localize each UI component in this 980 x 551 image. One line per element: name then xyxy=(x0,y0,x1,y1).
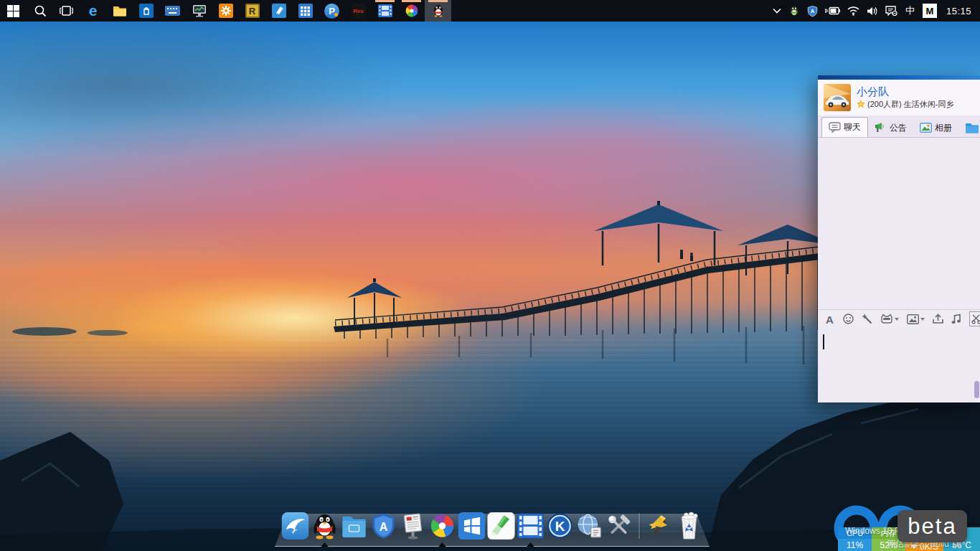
registry-r-icon: R xyxy=(245,4,260,18)
group-tabs: 聊天 公告 相册 xyxy=(818,116,980,138)
tab-announcement[interactable]: 公告 xyxy=(868,118,913,137)
magic-wand-button[interactable] xyxy=(862,314,872,324)
dock-cleaner-brush[interactable] xyxy=(487,512,516,540)
dock-thunder-bird[interactable] xyxy=(281,512,310,540)
font-format-button[interactable]: A xyxy=(824,314,835,324)
battery-plug-icon xyxy=(825,6,840,15)
performance-monitor-icon xyxy=(192,4,207,17)
qq-tray-icon[interactable] xyxy=(785,0,804,22)
dock-folder[interactable] xyxy=(340,512,369,540)
volume-tray[interactable] xyxy=(863,0,882,22)
globe-document-icon xyxy=(576,512,603,540)
qq-penguin-icon xyxy=(311,512,339,540)
tab-files[interactable] xyxy=(958,118,980,137)
tab-chat-label: 聊天 xyxy=(844,121,861,133)
folder-icon xyxy=(341,514,368,538)
window-scrollbar-thumb[interactable] xyxy=(974,381,979,398)
dock-security-shield[interactable]: A xyxy=(369,512,398,540)
tab-chat[interactable]: 聊天 xyxy=(821,117,868,138)
color-wheel-button[interactable] xyxy=(398,0,425,22)
dock-qq[interactable] xyxy=(311,512,339,540)
tab-announcement-label: 公告 xyxy=(890,122,907,134)
chat-bubble-icon xyxy=(829,122,841,133)
magic-wand-icon xyxy=(862,314,872,324)
color-wheel-icon xyxy=(405,4,419,18)
dock-repair-tools[interactable] xyxy=(605,512,633,540)
search-button[interactable] xyxy=(27,0,53,22)
thunder-bird-icon xyxy=(282,512,309,540)
cpu-widget[interactable]: CPU 11% xyxy=(838,527,872,551)
tab-album-label: 相册 xyxy=(935,122,952,134)
chevron-down-icon xyxy=(773,8,781,14)
file-explorer-button[interactable] xyxy=(106,0,133,22)
security-shield-tray[interactable]: A xyxy=(804,0,821,22)
diving-bird-icon xyxy=(272,4,286,18)
res-icon: Res xyxy=(352,4,366,18)
registry-tool-button[interactable]: R xyxy=(239,0,265,22)
chat-message-area[interactable] xyxy=(818,138,980,309)
task-view-icon xyxy=(60,5,73,17)
taskbar-app-icons: e xyxy=(0,0,451,22)
qq-status-icon xyxy=(788,5,800,17)
wifi-icon xyxy=(847,6,859,16)
dock-gold-hammer-tool[interactable] xyxy=(646,512,674,540)
system-tray: A xyxy=(769,0,980,22)
svg-text:A: A xyxy=(380,520,388,533)
res-tool-button[interactable]: Res xyxy=(345,0,372,22)
dock-globe-browser[interactable] xyxy=(575,512,604,540)
ime-mode-indicator[interactable]: M xyxy=(919,0,941,22)
group-avatar[interactable] xyxy=(824,84,851,111)
tab-album[interactable]: 相册 xyxy=(913,118,958,137)
dock-color-pinwheel[interactable] xyxy=(428,512,457,540)
gif-dropdown-caret xyxy=(895,318,899,321)
action-center-icon xyxy=(885,6,897,16)
text-caret xyxy=(823,334,824,349)
resource-monitor-button[interactable] xyxy=(186,0,212,22)
touch-keyboard-button[interactable] xyxy=(159,0,186,22)
video-player-button[interactable] xyxy=(372,0,398,22)
cpu-label: CPU xyxy=(838,527,872,539)
dock-separator xyxy=(639,513,640,539)
qq-penguin-icon xyxy=(432,4,445,18)
qq-taskbar-button[interactable] xyxy=(425,0,451,22)
qq-group-chat-window: 小分队 (200人群) 生活休闲-同乡 聊天 xyxy=(818,75,980,402)
store-button[interactable] xyxy=(133,0,159,22)
screenshot-button[interactable] xyxy=(969,311,980,326)
action-center-tray[interactable] xyxy=(882,0,901,22)
taskbar: e xyxy=(0,0,980,22)
diving-bird-app-button[interactable] xyxy=(265,0,292,22)
message-input-area[interactable] xyxy=(818,328,980,402)
gif-emoticon-button[interactable] xyxy=(880,314,899,324)
svg-text:A: A xyxy=(826,314,834,324)
player-p-button[interactable]: P xyxy=(319,0,345,22)
desktop-screen: e xyxy=(0,0,980,551)
k-player-icon: K xyxy=(547,512,574,540)
file-upload-button[interactable] xyxy=(933,314,943,324)
emoji-button[interactable] xyxy=(843,314,854,324)
grid-icon xyxy=(298,4,313,18)
battery-tray[interactable] xyxy=(821,0,844,22)
send-image-button[interactable] xyxy=(907,314,925,324)
start-button[interactable] xyxy=(0,0,27,22)
font-icon: A xyxy=(824,314,835,324)
hidden-icons-chevron[interactable] xyxy=(769,0,785,22)
dock-recycle-bin[interactable] xyxy=(675,512,704,540)
files-folder-icon xyxy=(965,122,979,133)
dock-video-film[interactable] xyxy=(517,512,545,540)
taskbar-clock[interactable]: 15:15 xyxy=(941,6,980,17)
dock-k-player[interactable]: K xyxy=(546,512,575,540)
task-view-button[interactable] xyxy=(53,0,80,22)
language-indicator[interactable]: 中 xyxy=(901,4,919,17)
chat-toolbar: A xyxy=(818,309,980,328)
wifi-tray[interactable] xyxy=(844,0,863,22)
music-button[interactable] xyxy=(951,314,961,324)
edge-button[interactable]: e xyxy=(80,0,106,22)
apps-grid-button[interactable] xyxy=(292,0,319,22)
dock-windows-3d[interactable] xyxy=(458,512,486,540)
shield-icon: A xyxy=(807,5,818,17)
folder-icon xyxy=(113,5,127,17)
group-name[interactable]: 小分队 xyxy=(857,86,953,98)
smiley-icon xyxy=(843,314,854,324)
dock-news-reader[interactable] xyxy=(399,512,428,540)
settings-gear-button[interactable] xyxy=(212,0,239,22)
